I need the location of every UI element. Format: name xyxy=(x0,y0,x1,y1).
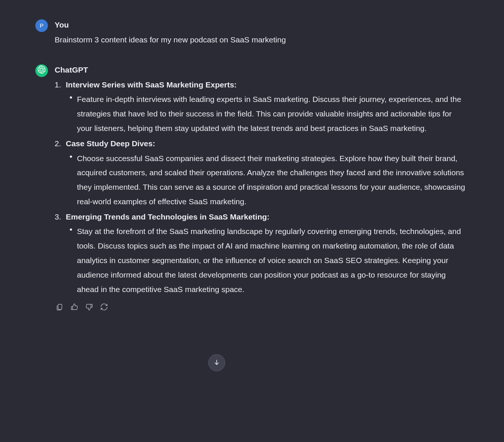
chat-container: P You Brainstorm 3 content ideas for my … xyxy=(0,0,504,313)
thumbs-down-icon xyxy=(85,303,93,312)
scroll-to-bottom-button[interactable] xyxy=(208,354,225,371)
user-message-body: You Brainstorm 3 content ideas for my ne… xyxy=(55,19,469,46)
idea-title: Case Study Deep Dives: xyxy=(66,139,155,148)
svg-rect-0 xyxy=(58,304,62,310)
idea-item: Emerging Trends and Technologies in SaaS… xyxy=(55,211,469,297)
chatgpt-logo-icon xyxy=(38,65,46,76)
user-message: P You Brainstorm 3 content ideas for my … xyxy=(35,19,469,46)
idea-item: Case Study Deep Dives: Choose successful… xyxy=(55,137,469,209)
clipboard-icon xyxy=(55,303,64,312)
user-text: Brainstorm 3 content ideas for my new po… xyxy=(55,33,469,46)
user-avatar-letter: P xyxy=(40,21,43,30)
regenerate-icon xyxy=(100,303,108,312)
idea-body: Stay at the forefront of the SaaS market… xyxy=(66,224,469,297)
idea-body: Feature in-depth interviews with leading… xyxy=(66,92,469,136)
idea-item: Interview Series with SaaS Marketing Exp… xyxy=(55,79,469,136)
assistant-message-body: ChatGPT Interview Series with SaaS Marke… xyxy=(55,64,469,313)
user-avatar: P xyxy=(35,19,48,32)
assistant-actions xyxy=(55,303,469,313)
assistant-avatar xyxy=(35,64,48,77)
copy-button[interactable] xyxy=(55,303,64,313)
idea-title: Emerging Trends and Technologies in SaaS… xyxy=(66,212,269,221)
idea-bullets: Choose successful SaaS companies and dis… xyxy=(66,151,469,209)
user-author-label: You xyxy=(55,19,469,31)
regenerate-button[interactable] xyxy=(99,303,109,313)
thumbs-up-button[interactable] xyxy=(70,303,79,313)
thumbs-up-icon xyxy=(70,303,78,312)
assistant-message: ChatGPT Interview Series with SaaS Marke… xyxy=(35,64,469,313)
arrow-down-icon xyxy=(213,359,220,367)
assistant-author-label: ChatGPT xyxy=(55,64,469,76)
idea-bullets: Stay at the forefront of the SaaS market… xyxy=(66,224,469,297)
idea-bullets: Feature in-depth interviews with leading… xyxy=(66,92,469,136)
idea-body: Choose successful SaaS companies and dis… xyxy=(66,151,469,209)
ideas-list: Interview Series with SaaS Marketing Exp… xyxy=(55,79,469,297)
thumbs-down-button[interactable] xyxy=(84,303,94,313)
idea-title: Interview Series with SaaS Marketing Exp… xyxy=(66,80,237,89)
